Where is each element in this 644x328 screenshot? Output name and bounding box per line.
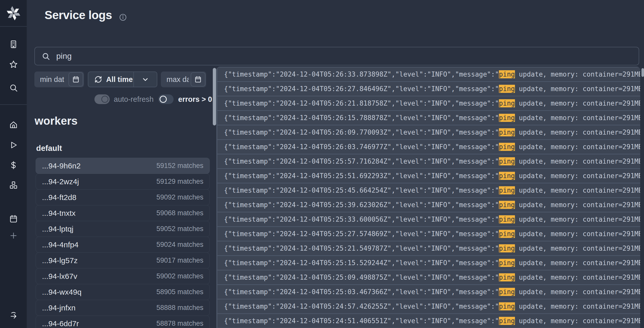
log-row[interactable]: {"timestamp":"2024-12-04T05:25:57.716284… — [217, 154, 640, 168]
worker-name: ...94-tnxtx — [42, 209, 76, 218]
search-match-highlight: ping — [499, 186, 515, 194]
log-line-text: {"timestamp":"2024-12-04T05:26:27.846496… — [224, 85, 640, 93]
log-line-text: {"timestamp":"2024-12-04T05:25:03.467366… — [224, 288, 640, 296]
log-row[interactable]: {"timestamp":"2024-12-04T05:26:27.846496… — [217, 82, 640, 96]
log-row[interactable]: {"timestamp":"2024-12-04T05:25:45.664254… — [217, 183, 640, 197]
worker-match-count: 59024 matches — [156, 241, 203, 249]
search-match-highlight: ping — [499, 85, 515, 93]
worker-row[interactable]: ...94-ft2d859092 matches — [36, 189, 210, 205]
log-row[interactable]: {"timestamp":"2024-12-04T05:25:27.574869… — [217, 227, 640, 241]
log-line-text: {"timestamp":"2024-12-04T05:24:57.426255… — [224, 303, 640, 310]
log-row[interactable]: {"timestamp":"2024-12-04T05:25:39.623026… — [217, 198, 640, 212]
search-match-highlight: ping — [499, 143, 515, 151]
log-row[interactable]: {"timestamp":"2024-12-04T05:25:09.498875… — [217, 270, 640, 284]
worker-match-count: 59002 matches — [156, 272, 203, 280]
errors-label: errors > 0 — [178, 95, 212, 104]
worker-row[interactable]: ...94-lptqj59052 matches — [36, 221, 210, 237]
log-scrollbar-left[interactable] — [213, 68, 216, 125]
worker-name: ...94-jnfxn — [42, 304, 76, 312]
worker-name: ...94-wx49q — [42, 288, 81, 296]
log-row[interactable]: {"timestamp":"2024-12-04T05:26:15.788878… — [217, 111, 640, 125]
search-match-highlight: ping — [499, 317, 515, 325]
collapse-arrow-icon[interactable] — [8, 310, 19, 321]
organization-building-icon[interactable] — [8, 39, 19, 49]
page-title: Service logs — [45, 8, 112, 22]
max-date-input[interactable]: max date — [161, 72, 206, 87]
worker-name: ...94-6dd7r — [42, 319, 79, 328]
search-match-highlight: ping — [499, 99, 515, 107]
apps-cubes-icon[interactable] — [8, 180, 19, 190]
worker-group-heading: default — [36, 144, 62, 153]
search-match-highlight: ping — [499, 244, 515, 252]
search-nav-icon[interactable] — [8, 83, 19, 93]
worker-name: ...94-lg57z — [42, 256, 78, 265]
time-range-button[interactable]: All time — [88, 72, 157, 87]
worker-match-count: 58888 matches — [156, 304, 203, 312]
worker-match-count: 59129 matches — [156, 178, 203, 186]
log-line-text: {"timestamp":"2024-12-04T05:26:33.873898… — [224, 70, 640, 78]
worker-match-count: 58905 matches — [156, 288, 203, 296]
log-line-text: {"timestamp":"2024-12-04T05:25:39.623026… — [224, 201, 640, 209]
log-row[interactable]: {"timestamp":"2024-12-04T05:25:15.529244… — [217, 256, 640, 270]
log-scrollbar-right[interactable] — [641, 68, 644, 77]
worker-row[interactable]: ...94-4nfp459024 matches — [36, 237, 210, 253]
max-date-calendar-icon[interactable] — [191, 72, 205, 87]
min-date-placeholder: min date — [40, 75, 64, 84]
toggle-knob — [101, 96, 108, 103]
billing-dollar-icon[interactable] — [8, 160, 19, 170]
home-icon[interactable] — [8, 120, 19, 130]
worker-row[interactable]: ...94-lx67v59002 matches — [36, 268, 210, 284]
auto-refresh-toggle[interactable] — [94, 94, 110, 104]
log-line-text: {"timestamp":"2024-12-04T05:25:15.529244… — [224, 259, 640, 267]
worker-match-count: 59068 matches — [156, 209, 203, 217]
search-match-highlight: ping — [499, 230, 515, 238]
log-row[interactable]: {"timestamp":"2024-12-04T05:25:03.467366… — [217, 285, 640, 299]
add-plus-icon[interactable] — [8, 231, 19, 241]
worker-name: ...94-4nfp4 — [42, 240, 78, 249]
log-row[interactable]: {"timestamp":"2024-12-04T05:26:33.873898… — [217, 67, 640, 81]
min-date-calendar-icon[interactable] — [68, 72, 83, 87]
modal-logo-icon[interactable] — [6, 6, 21, 21]
run-play-icon[interactable] — [8, 140, 19, 150]
time-range-label: All time — [106, 75, 133, 84]
time-range-main[interactable]: All time — [88, 72, 133, 87]
info-icon[interactable] — [119, 13, 127, 21]
log-row[interactable]: {"timestamp":"2024-12-04T05:26:09.770093… — [217, 125, 640, 139]
search-match-highlight: ping — [499, 172, 515, 180]
worker-row[interactable]: ...94-wx49q58905 matches — [36, 284, 210, 300]
log-line-text: {"timestamp":"2024-12-04T05:25:45.664254… — [224, 187, 640, 194]
sidebar-divider — [0, 104, 27, 105]
search-icon — [41, 52, 50, 61]
log-row[interactable]: {"timestamp":"2024-12-04T05:25:33.600056… — [217, 212, 640, 226]
workers-heading: workers — [35, 115, 78, 127]
min-date-input[interactable]: min date — [34, 72, 84, 87]
search-match-highlight: ping — [499, 215, 515, 223]
errors-toggle[interactable] — [158, 94, 174, 104]
worker-match-count: 59092 matches — [156, 193, 203, 201]
log-row[interactable]: {"timestamp":"2024-12-04T05:24:57.426255… — [217, 300, 640, 313]
search-match-highlight: ping — [499, 273, 515, 281]
worker-row[interactable]: ...94-9h6n259152 matches — [36, 158, 210, 174]
worker-row[interactable]: ...94-6dd7r58878 matches — [36, 316, 210, 328]
worker-row[interactable]: ...94-jnfxn58888 matches — [36, 300, 210, 316]
log-row[interactable]: {"timestamp":"2024-12-04T05:24:51.406551… — [217, 314, 640, 328]
log-row[interactable]: {"timestamp":"2024-12-04T05:25:21.549787… — [217, 241, 640, 255]
log-row[interactable]: {"timestamp":"2024-12-04T05:26:03.746977… — [217, 140, 640, 154]
log-row[interactable]: {"timestamp":"2024-12-04T05:25:51.692293… — [217, 169, 640, 183]
log-row[interactable]: {"timestamp":"2024-12-04T05:26:21.818758… — [217, 96, 640, 110]
favorites-star-icon[interactable] — [8, 59, 19, 69]
search-match-highlight: ping — [499, 70, 515, 78]
worker-row[interactable]: ...94-2wz4j59129 matches — [36, 174, 210, 190]
max-date-placeholder: max date — [166, 75, 189, 84]
worker-row[interactable]: ...94-tnxtx59068 matches — [36, 205, 210, 221]
search-match-highlight: ping — [499, 259, 515, 267]
auto-refresh-label: auto-refresh — [114, 95, 153, 104]
time-range-dropdown[interactable] — [133, 72, 157, 87]
search-match-highlight: ping — [499, 288, 515, 296]
search-input[interactable] — [56, 51, 632, 61]
log-line-text: {"timestamp":"2024-12-04T05:25:09.498875… — [224, 274, 640, 281]
worker-row[interactable]: ...94-lg57z59017 matches — [36, 252, 210, 268]
log-line-text: {"timestamp":"2024-12-04T05:25:27.574869… — [224, 230, 640, 238]
toggle-knob — [160, 96, 167, 103]
schedule-calendar-icon[interactable] — [8, 214, 19, 224]
